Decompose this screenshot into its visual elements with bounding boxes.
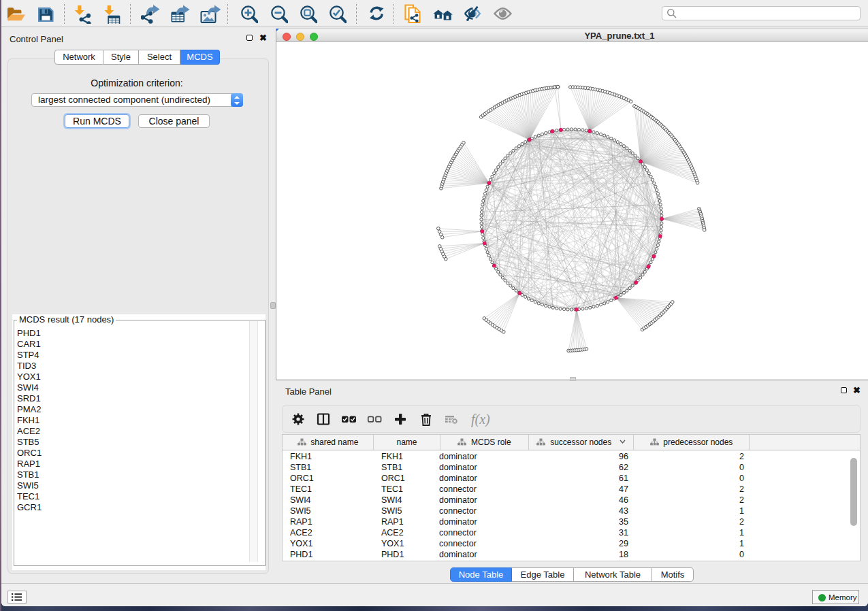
- svg-text:f(x): f(x): [471, 412, 490, 427]
